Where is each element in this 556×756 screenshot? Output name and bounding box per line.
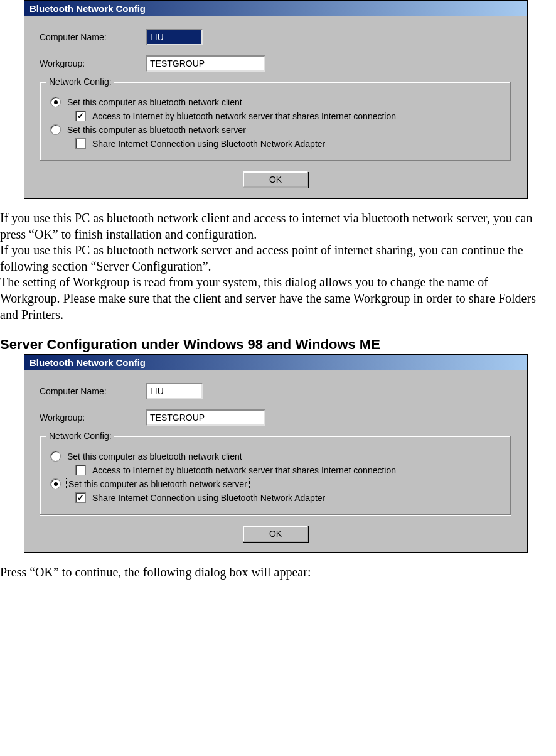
dialog-title: Bluetooth Network Config xyxy=(24,355,527,370)
workgroup-input[interactable]: TESTGROUP xyxy=(146,409,265,426)
check-access-label: Access to Internet by bluetooth network … xyxy=(92,111,396,121)
radio-client-label: Set this computer as bluetooth network c… xyxy=(67,97,242,107)
computer-name-input[interactable]: LIU xyxy=(146,29,203,45)
check-access-internet[interactable] xyxy=(75,465,86,475)
paragraph-server-usage: If you use this PC as bluetooth network … xyxy=(0,242,551,274)
computer-name-label: Computer Name: xyxy=(40,386,146,396)
radio-client[interactable] xyxy=(50,97,61,107)
workgroup-input[interactable]: TESTGROUP xyxy=(146,55,265,72)
bluetooth-config-dialog-server: Bluetooth Network Config Computer Name: … xyxy=(24,354,528,553)
radio-server[interactable] xyxy=(50,478,61,489)
check-share-connection[interactable] xyxy=(75,138,86,149)
group-legend: Network Config: xyxy=(46,77,114,87)
paragraph-client-usage: If you use this PC as bluetooth network … xyxy=(0,210,551,242)
dialog-title: Bluetooth Network Config xyxy=(24,1,527,16)
radio-server-label: Set this computer as bluetooth network s… xyxy=(67,125,246,135)
check-share-label: Share Internet Connection using Bluetoot… xyxy=(92,493,325,503)
ok-button[interactable]: OK xyxy=(243,526,308,542)
network-config-group: Network Config: Set this computer as blu… xyxy=(40,436,511,516)
radio-server-label: Set this computer as bluetooth network s… xyxy=(67,479,249,489)
ok-button[interactable]: OK xyxy=(243,171,308,188)
paragraph-workgroup-note: The setting of Workgroup is read from yo… xyxy=(0,274,551,323)
group-legend: Network Config: xyxy=(46,431,114,441)
paragraph-press-ok: Press “OK” to continue, the following di… xyxy=(0,564,551,581)
bluetooth-config-dialog-client: Bluetooth Network Config Computer Name: … xyxy=(24,0,528,199)
network-config-group: Network Config: Set this computer as blu… xyxy=(40,82,511,161)
workgroup-label: Workgroup: xyxy=(40,413,146,423)
check-access-label: Access to Internet by bluetooth network … xyxy=(92,465,396,475)
radio-client[interactable] xyxy=(50,451,61,462)
computer-name-label: Computer Name: xyxy=(40,32,146,42)
radio-server[interactable] xyxy=(50,124,61,135)
radio-client-label: Set this computer as bluetooth network c… xyxy=(67,451,242,462)
computer-name-input[interactable]: LIU xyxy=(146,383,203,399)
workgroup-label: Workgroup: xyxy=(40,58,146,68)
section-heading-server-config: Server Configuration under Windows 98 an… xyxy=(0,337,553,353)
check-access-internet[interactable]: ✓ xyxy=(75,111,86,121)
check-share-connection[interactable]: ✓ xyxy=(75,492,86,503)
check-share-label: Share Internet Connection using Bluetoot… xyxy=(92,139,325,149)
